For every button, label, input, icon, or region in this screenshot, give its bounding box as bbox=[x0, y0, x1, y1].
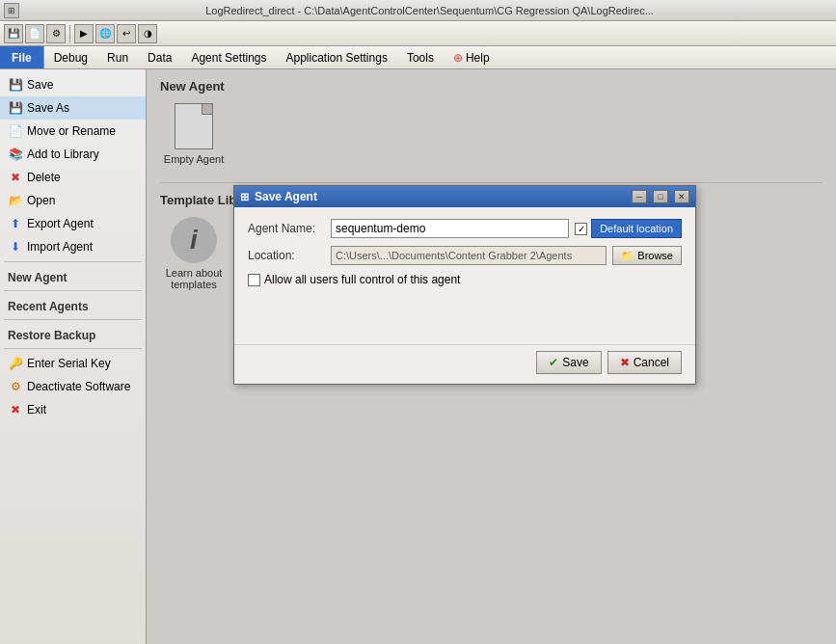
toolbar-back-btn[interactable]: ↩ bbox=[117, 24, 136, 43]
exit-icon: ✖ bbox=[8, 402, 23, 417]
save-label: Save bbox=[562, 356, 588, 369]
dialog-title-icon: ⊞ bbox=[240, 191, 249, 203]
sep2 bbox=[4, 290, 142, 291]
toolbar-run-btn[interactable]: ▶ bbox=[74, 24, 94, 43]
browse-btn[interactable]: 📁 Browse bbox=[612, 246, 682, 265]
title-text: LogRedirect_direct - C:\Data\AgentContro… bbox=[27, 5, 832, 16]
sidebar-label-save-as: Save As bbox=[27, 101, 69, 115]
allow-control-row: Allow all users full control of this age… bbox=[248, 273, 682, 286]
toolbar-sep1 bbox=[69, 25, 70, 42]
title-bar: ⊞ LogRedirect_direct - C:\Data\AgentCont… bbox=[0, 0, 836, 21]
sidebar-item-add-library[interactable]: 📚 Add to Library bbox=[0, 143, 146, 166]
default-location-btn[interactable]: Default location bbox=[591, 219, 682, 238]
save-button[interactable]: ✔ Save bbox=[536, 351, 601, 374]
sidebar-item-export[interactable]: ⬆ Export Agent bbox=[0, 212, 146, 235]
sep1 bbox=[4, 261, 142, 262]
sidebar-label-import: Import Agent bbox=[27, 240, 93, 254]
deactivate-icon: ⚙ bbox=[8, 379, 23, 394]
default-location-row: ✓ Default location bbox=[575, 219, 682, 238]
dialog-buttons: ✔ Save ✖ Cancel bbox=[234, 344, 695, 384]
default-location-checkbox[interactable]: ✓ bbox=[575, 223, 587, 235]
sidebar-item-deactivate[interactable]: ⚙ Deactivate Software bbox=[0, 375, 146, 398]
section-new-agent: New Agent bbox=[0, 265, 146, 287]
sidebar: 💾 Save 💾 Save As 📄 Move or Rename 📚 Add … bbox=[0, 69, 147, 644]
dialog-spacer bbox=[248, 294, 682, 333]
move-rename-icon: 📄 bbox=[8, 123, 23, 139]
cancel-icon: ✖ bbox=[620, 356, 630, 369]
agent-name-label: Agent Name: bbox=[248, 222, 325, 235]
main-layout: 💾 Save 💾 Save As 📄 Move or Rename 📚 Add … bbox=[0, 69, 836, 644]
sidebar-label-exit: Exit bbox=[27, 403, 46, 416]
dialog-title-text: Save Agent bbox=[255, 190, 626, 203]
add-library-icon: 📚 bbox=[8, 147, 23, 162]
allow-control-label: Allow all users full control of this age… bbox=[264, 273, 460, 286]
sidebar-label-save: Save bbox=[27, 78, 53, 92]
dialog-content: Agent Name: ✓ Default location Location:… bbox=[234, 207, 695, 344]
agent-name-input[interactable] bbox=[331, 219, 569, 238]
sep4 bbox=[4, 348, 142, 349]
cancel-button[interactable]: ✖ Cancel bbox=[607, 351, 682, 374]
menu-file[interactable]: File bbox=[0, 46, 44, 68]
sidebar-label-delete: Delete bbox=[27, 171, 61, 184]
location-label: Location: bbox=[248, 249, 325, 262]
sidebar-item-exit[interactable]: ✖ Exit bbox=[0, 398, 146, 421]
menu-bar: File Debug Run Data Agent Settings Appli… bbox=[0, 46, 836, 69]
serial-key-icon: 🔑 bbox=[8, 356, 23, 371]
menu-agent-settings[interactable]: Agent Settings bbox=[181, 46, 276, 68]
sidebar-label-add-library: Add to Library bbox=[27, 148, 99, 161]
toolbar-save-btn[interactable]: 💾 bbox=[4, 24, 23, 43]
menu-tools[interactable]: Tools bbox=[397, 46, 444, 68]
section-recent-agents: Recent Agents bbox=[0, 294, 146, 316]
menu-debug[interactable]: Debug bbox=[44, 46, 97, 68]
dialog-titlebar: ⊞ Save Agent ─ □ ✕ bbox=[234, 186, 695, 207]
dialog-minimize-btn[interactable]: ─ bbox=[632, 190, 647, 203]
sidebar-item-save-as[interactable]: 💾 Save As bbox=[0, 96, 146, 120]
delete-icon: ✖ bbox=[8, 170, 23, 185]
browse-icon: 📁 bbox=[621, 250, 634, 262]
agent-name-row: Agent Name: ✓ Default location bbox=[248, 219, 682, 238]
location-input bbox=[331, 246, 607, 265]
dialog-close-btn[interactable]: ✕ bbox=[674, 190, 689, 203]
modal-overlay: ⊞ Save Agent ─ □ ✕ Agent Name: ✓ Default… bbox=[147, 69, 836, 644]
dialog-maximize-btn[interactable]: □ bbox=[653, 190, 668, 203]
toolbar-web-btn[interactable]: 🌐 bbox=[95, 24, 115, 43]
toolbar-settings-btn[interactable]: ⚙ bbox=[46, 24, 66, 43]
sidebar-label-move-rename: Move or Rename bbox=[27, 124, 116, 138]
menu-application-settings[interactable]: Application Settings bbox=[276, 46, 396, 68]
help-icon: ⊕ bbox=[453, 51, 463, 65]
sidebar-item-serial-key[interactable]: 🔑 Enter Serial Key bbox=[0, 352, 146, 375]
menu-data[interactable]: Data bbox=[138, 46, 181, 68]
sidebar-item-import[interactable]: ⬇ Import Agent bbox=[0, 235, 146, 258]
toolbar: 💾 📄 ⚙ ▶ 🌐 ↩ ◑ bbox=[0, 21, 836, 46]
save-icon: ✔ bbox=[549, 356, 558, 369]
content-area: New Agent Empty Agent Template Library i… bbox=[147, 69, 836, 644]
cancel-label: Cancel bbox=[634, 356, 669, 369]
sep3 bbox=[4, 319, 142, 320]
app-icon: ⊞ bbox=[4, 3, 19, 18]
browse-label: Browse bbox=[637, 250, 673, 261]
sidebar-label-open: Open bbox=[27, 194, 55, 207]
section-restore-backup: Restore Backup bbox=[0, 323, 146, 345]
sidebar-item-open[interactable]: 📂 Open bbox=[0, 189, 146, 212]
sidebar-label-export: Export Agent bbox=[27, 217, 94, 230]
toolbar-new-btn[interactable]: 📄 bbox=[25, 24, 44, 43]
import-icon: ⬇ bbox=[8, 239, 23, 255]
save-agent-dialog: ⊞ Save Agent ─ □ ✕ Agent Name: ✓ Default… bbox=[233, 185, 696, 385]
sidebar-label-deactivate: Deactivate Software bbox=[27, 380, 130, 393]
sidebar-item-delete[interactable]: ✖ Delete bbox=[0, 166, 146, 189]
save-as-icon: 💾 bbox=[8, 100, 23, 116]
export-icon: ⬆ bbox=[8, 216, 23, 231]
menu-run[interactable]: Run bbox=[97, 46, 138, 68]
sidebar-label-serial-key: Enter Serial Key bbox=[27, 357, 111, 370]
sidebar-item-move-rename[interactable]: 📄 Move or Rename bbox=[0, 120, 146, 143]
toolbar-mode-btn[interactable]: ◑ bbox=[138, 24, 157, 43]
open-icon: 📂 bbox=[8, 193, 23, 208]
menu-help[interactable]: ⊕Help bbox=[444, 46, 499, 68]
title-bar-icons: ⊞ bbox=[4, 3, 19, 18]
sidebar-item-save[interactable]: 💾 Save bbox=[0, 73, 146, 96]
location-row: Location: 📁 Browse bbox=[248, 246, 682, 265]
save-icon: 💾 bbox=[8, 77, 23, 93]
allow-control-checkbox[interactable] bbox=[248, 274, 260, 286]
